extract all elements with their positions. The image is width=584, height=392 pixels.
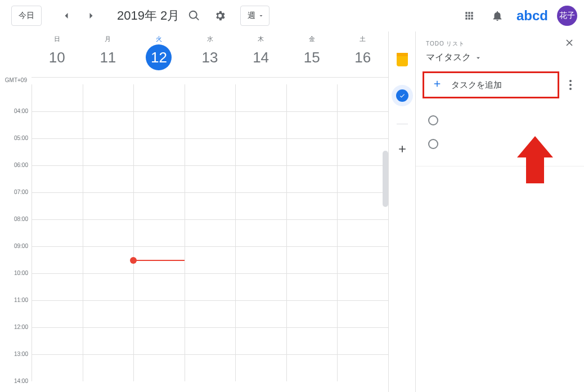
hour-cell[interactable]: [286, 112, 338, 138]
hour-cell[interactable]: [133, 301, 185, 327]
hour-cell[interactable]: [235, 247, 286, 273]
apps-button[interactable]: [458, 4, 480, 27]
today-button[interactable]: 今日: [11, 6, 42, 26]
hour-cell[interactable]: [83, 84, 134, 111]
view-select[interactable]: 週: [240, 6, 269, 26]
hour-row[interactable]: [32, 246, 388, 273]
settings-button[interactable]: [209, 4, 231, 27]
add-task-button[interactable]: タスクを追加: [423, 71, 559, 98]
hour-cell[interactable]: [32, 166, 83, 192]
hour-cell[interactable]: [286, 247, 338, 273]
hour-cell[interactable]: [32, 220, 83, 246]
day-header[interactable]: 月 11: [83, 31, 134, 77]
day-header[interactable]: 日 10: [32, 31, 83, 77]
task-item[interactable]: [425, 109, 575, 132]
hour-cell[interactable]: [133, 139, 185, 165]
day-header[interactable]: 木 14: [235, 31, 286, 77]
task-checkbox[interactable]: [428, 115, 438, 125]
hour-cell[interactable]: [32, 328, 83, 354]
hour-cell[interactable]: [235, 84, 286, 111]
hour-cell[interactable]: [337, 193, 388, 219]
hour-cell[interactable]: [133, 220, 185, 246]
hour-cell[interactable]: [235, 193, 286, 219]
hour-cell[interactable]: [286, 328, 338, 354]
hour-cell[interactable]: [235, 355, 286, 381]
addons-button[interactable]: [391, 138, 414, 160]
hour-cell[interactable]: [32, 139, 83, 165]
tasks-button[interactable]: [391, 84, 414, 107]
hour-cell[interactable]: [32, 274, 83, 300]
hour-cell[interactable]: [83, 301, 134, 327]
hour-row[interactable]: [32, 219, 388, 246]
hour-cell[interactable]: [133, 274, 185, 300]
hour-cell[interactable]: [83, 274, 134, 300]
scrollbar-thumb[interactable]: [383, 151, 388, 207]
prev-week-button[interactable]: [55, 4, 78, 27]
hour-cell[interactable]: [133, 328, 185, 354]
hour-cell[interactable]: [337, 247, 388, 273]
hour-cell[interactable]: [32, 84, 83, 111]
hour-cell[interactable]: [133, 193, 185, 219]
task-list-selector[interactable]: マイタスク: [426, 52, 575, 64]
hour-cell[interactable]: [286, 220, 338, 246]
hour-cell[interactable]: [185, 112, 236, 138]
search-button[interactable]: [183, 4, 205, 27]
hour-cell[interactable]: [185, 166, 236, 192]
hour-cell[interactable]: [32, 355, 83, 381]
hour-cell[interactable]: [133, 355, 185, 381]
hour-cell[interactable]: [185, 355, 236, 381]
hour-cell[interactable]: [235, 301, 286, 327]
hour-cell[interactable]: [337, 139, 388, 165]
hour-cell[interactable]: [337, 220, 388, 246]
hour-cell[interactable]: [32, 193, 83, 219]
hour-cell[interactable]: [83, 328, 134, 354]
hour-row[interactable]: [32, 84, 388, 111]
hour-cell[interactable]: [235, 166, 286, 192]
hour-cell[interactable]: [133, 112, 185, 138]
hour-cell[interactable]: [337, 355, 388, 381]
hour-row[interactable]: [32, 138, 388, 165]
hour-cell[interactable]: [83, 247, 134, 273]
hour-cell[interactable]: [185, 84, 236, 111]
hour-cell[interactable]: [235, 328, 286, 354]
hour-row[interactable]: [32, 111, 388, 138]
hour-cell[interactable]: [83, 220, 134, 246]
day-header[interactable]: 金 15: [286, 31, 338, 77]
hour-cell[interactable]: [337, 301, 388, 327]
hour-cell[interactable]: [337, 84, 388, 111]
hour-row[interactable]: [32, 354, 388, 381]
hour-cell[interactable]: [185, 193, 236, 219]
next-week-button[interactable]: [80, 4, 102, 27]
hour-cell[interactable]: [337, 274, 388, 300]
hour-cell[interactable]: [337, 166, 388, 192]
hour-cell[interactable]: [286, 166, 338, 192]
hour-cell[interactable]: [133, 84, 185, 111]
hour-cell[interactable]: [83, 139, 134, 165]
hour-cell[interactable]: [337, 328, 388, 354]
hour-row[interactable]: [32, 300, 388, 327]
hour-cell[interactable]: [185, 247, 236, 273]
hour-cell[interactable]: [286, 355, 338, 381]
day-header-today[interactable]: 火 12: [133, 31, 185, 77]
hour-cell[interactable]: [185, 274, 236, 300]
hour-cell[interactable]: [83, 193, 134, 219]
time-grid[interactable]: GMT+09 04:0005:0006:0007:0008:0009:0010:…: [0, 78, 388, 392]
hour-cell[interactable]: [185, 220, 236, 246]
task-checkbox[interactable]: [428, 139, 438, 149]
hour-cell[interactable]: [286, 274, 338, 300]
hour-row[interactable]: [32, 192, 388, 219]
hour-cell[interactable]: [235, 139, 286, 165]
hour-cell[interactable]: [32, 301, 83, 327]
hour-cell[interactable]: [32, 112, 83, 138]
hour-row[interactable]: [32, 327, 388, 354]
hour-cell[interactable]: [235, 274, 286, 300]
hour-cell[interactable]: [133, 247, 185, 273]
hour-cell[interactable]: [83, 166, 134, 192]
hour-row[interactable]: [32, 165, 388, 192]
hour-cell[interactable]: [235, 220, 286, 246]
day-header[interactable]: 水 13: [185, 31, 236, 77]
hour-cell[interactable]: [133, 166, 185, 192]
account-avatar[interactable]: 花子: [557, 6, 577, 26]
hour-cell[interactable]: [83, 355, 134, 381]
hour-cell[interactable]: [185, 328, 236, 354]
